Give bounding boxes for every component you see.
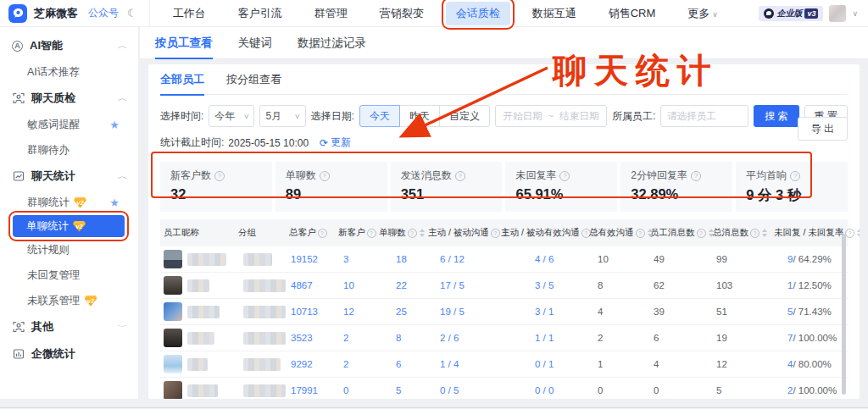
total-customers-value[interactable]: 17991 <box>291 385 318 395</box>
active-passive-value[interactable]: 19 / 5 <box>440 307 465 317</box>
total-customers-value[interactable]: 9292 <box>291 359 313 369</box>
question-icon[interactable]: ? <box>559 171 570 181</box>
refresh-link[interactable]: ⟳ 更新 <box>320 135 351 150</box>
active-passive-valid-value[interactable]: 3 / 5 <box>535 280 554 290</box>
col-unreplied: 未回复 / 未回复率 <box>774 227 843 239</box>
sidebar-item-single-chat-stats[interactable]: 单聊统计 v2 <box>13 215 125 237</box>
active-passive-valid-value[interactable]: 4 / 6 <box>535 254 554 264</box>
sort-icon[interactable] <box>857 229 860 237</box>
sidebar-item-group-todo[interactable]: 群聊待办 <box>0 137 138 163</box>
new-customers-value[interactable]: 0 <box>343 385 348 395</box>
sidebar-group-wecom-stats[interactable]: 企微统计 <box>0 340 138 368</box>
table-row: 10713 12 25 19 / 5 3 / 1 4 39 51 5 / 71.… <box>160 299 848 325</box>
chevron-down-icon[interactable]: ∨ <box>852 9 858 18</box>
new-customers-value[interactable]: 3 <box>343 254 348 264</box>
blurred-group-name <box>243 279 286 292</box>
question-icon[interactable]: ? <box>790 171 800 181</box>
active-passive-value[interactable]: 1 / 4 <box>440 359 459 369</box>
subtab-all-employees[interactable]: 全部员工 <box>160 64 204 95</box>
nav-group-management[interactable]: 群管理 <box>304 2 358 25</box>
sidebar-item-ai-script[interactable]: AI话术推荐 <box>0 59 138 85</box>
question-icon[interactable]: ? <box>367 229 376 238</box>
tab-keywords[interactable]: 关键词 <box>238 27 273 59</box>
question-icon[interactable]: ? <box>697 229 706 238</box>
new-customers-value[interactable]: 12 <box>343 307 354 317</box>
unreplied-rate-value: / 12.50% <box>793 280 831 290</box>
question-icon[interactable]: ? <box>318 229 327 238</box>
dark-mode-icon[interactable]: ☾ <box>127 7 137 19</box>
question-icon[interactable]: ? <box>408 229 417 238</box>
col-staff-messages: 员工消息数 <box>650 227 695 239</box>
export-button[interactable]: 导 出 <box>798 117 848 141</box>
sort-icon[interactable] <box>420 229 425 237</box>
sidebar-group-chat-qc[interactable]: 聊天质检 ︿ <box>0 85 138 112</box>
sidebar-item-unreplied-mgmt[interactable]: 未回复管理 <box>0 263 138 288</box>
active-passive-value[interactable]: 17 / 5 <box>440 280 465 290</box>
sidebar-group-chat-stats[interactable]: 聊天统计 ︿ <box>0 163 138 190</box>
date-range-input[interactable]: 开始日期 ~ 结束日期 <box>495 105 607 127</box>
date-button-group: 今天 昨天 自定义 <box>359 105 490 127</box>
sidebar-item-sensitive-words[interactable]: 敏感词提醒 ★ <box>0 112 138 137</box>
blurred-employee-name <box>187 306 220 318</box>
question-icon[interactable]: ? <box>214 171 225 181</box>
chats-value[interactable]: 22 <box>396 280 407 290</box>
active-passive-valid-value[interactable]: 1 / 1 <box>535 333 554 343</box>
nav-sales-crm[interactable]: 销售CRM <box>598 2 666 25</box>
app-logo-icon[interactable] <box>8 4 27 23</box>
sidebar-item-stat-rules[interactable]: 统计规则 <box>0 237 138 263</box>
date-today-button[interactable]: 今天 <box>359 105 400 127</box>
chats-value[interactable]: 5 <box>396 385 401 395</box>
nav-customer-acquisition[interactable]: 客户引流 <box>228 2 292 25</box>
active-passive-valid-value[interactable]: 3 / 1 <box>535 307 554 317</box>
nav-more[interactable]: 更多∨ <box>677 2 728 25</box>
new-customers-value[interactable]: 10 <box>343 280 354 290</box>
sidebar-group-other[interactable]: 其他 ﹀ <box>0 313 138 340</box>
date-custom-button[interactable]: 自定义 <box>439 105 490 127</box>
sidebar-item-uncontacted-mgmt[interactable]: 未联系管理 v2 <box>0 288 138 313</box>
total-customers-value[interactable]: 10713 <box>291 307 318 317</box>
chats-value[interactable]: 8 <box>396 333 401 343</box>
month-select[interactable]: 5月 ∨ <box>259 105 305 127</box>
chats-value[interactable]: 6 <box>396 359 401 369</box>
active-passive-valid-value[interactable]: 0 / 0 <box>535 385 554 395</box>
nav-data-interchange[interactable]: 数据互通 <box>522 2 587 25</box>
total-customers-value[interactable]: 4867 <box>291 280 313 290</box>
active-passive-value[interactable]: 6 / 12 <box>440 254 465 264</box>
subtab-by-group[interactable]: 按分组查看 <box>226 64 281 95</box>
search-button[interactable]: 搜 索 <box>754 105 798 127</box>
nav-conversation-qc[interactable]: 会话质检 <box>446 2 510 25</box>
brand-channel-link[interactable]: 公众号 <box>88 6 119 20</box>
active-passive-value[interactable]: 0 / 5 <box>440 385 459 395</box>
chats-value[interactable]: 18 <box>396 254 407 264</box>
col-new-customers: 新客户 <box>338 227 365 239</box>
sidebar-item-group-chat-stats[interactable]: 群聊统计 v2 ★ <box>0 190 138 215</box>
question-icon[interactable]: ? <box>455 171 465 181</box>
total-customers-value[interactable]: 19152 <box>291 254 318 264</box>
nav-marketing-fission[interactable]: 营销裂变 <box>370 2 434 25</box>
new-customers-value[interactable]: 2 <box>343 359 348 369</box>
tab-data-filter-log[interactable]: 数据过滤记录 <box>298 27 366 59</box>
active-passive-valid-value[interactable]: 0 / 1 <box>535 359 554 369</box>
stat-label: 未回复率 <box>515 169 556 183</box>
total-customers-value[interactable]: 3523 <box>291 333 313 343</box>
question-icon[interactable]: ? <box>845 229 854 238</box>
date-yesterday-button[interactable]: 昨天 <box>399 105 440 127</box>
staff-messages-value: 4 <box>654 359 659 369</box>
unreplied-rate-value: / 100.00% <box>793 385 837 395</box>
vertical-scrollbar[interactable] <box>842 234 846 395</box>
nav-workbench[interactable]: 工作台 <box>163 2 216 25</box>
question-icon[interactable]: ? <box>320 171 330 181</box>
avatar[interactable] <box>829 5 846 22</box>
new-customers-value[interactable]: 2 <box>343 333 348 343</box>
question-icon[interactable]: ? <box>691 171 701 181</box>
year-select[interactable]: 今年 ∨ <box>209 105 254 127</box>
staff-select-input[interactable] <box>660 105 748 127</box>
sidebar-group-ai[interactable]: A AI智能 ︿ <box>0 32 138 59</box>
tab-by-employee[interactable]: 按员工查看 <box>155 27 213 59</box>
question-icon[interactable]: ? <box>636 229 645 238</box>
active-passive-value[interactable]: 2 / 6 <box>440 333 459 343</box>
question-icon[interactable]: ? <box>750 229 760 238</box>
sort-icon[interactable] <box>762 229 767 237</box>
time-filter-label: 选择时间: <box>160 109 203 124</box>
chats-value[interactable]: 25 <box>396 307 407 317</box>
